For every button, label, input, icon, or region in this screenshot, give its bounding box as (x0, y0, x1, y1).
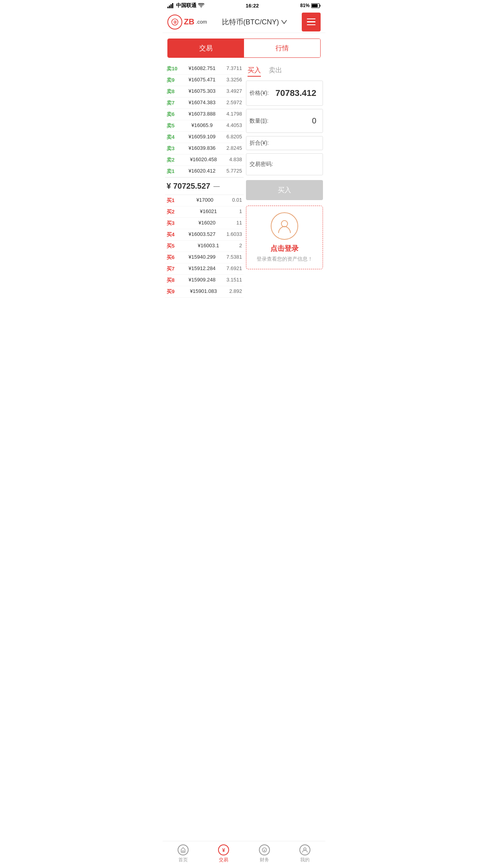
header-title[interactable]: 比特币(BTC/CNY) (222, 17, 287, 27)
password-row: 交易密码: (246, 153, 323, 175)
svg-rect-1 (169, 6, 170, 8)
qty-input[interactable] (268, 112, 319, 129)
login-text[interactable]: 点击登录 (253, 244, 316, 253)
status-right: 81% (300, 3, 321, 8)
sell-label: 卖6 (167, 111, 178, 118)
chevron-down-icon (281, 20, 287, 24)
buy-tab[interactable]: 买入 (248, 66, 261, 77)
logo-zb: ZB (184, 17, 194, 26)
price-label: 价格(¥): (250, 90, 269, 97)
signal-icon (167, 3, 174, 8)
buy-sell-tabs: 买入 卖出 (246, 63, 323, 81)
sell-tab[interactable]: 卖出 (269, 66, 282, 77)
price-row: 价格(¥): (246, 81, 323, 106)
sell-order-row[interactable]: 卖7 ¥16074.383 2.5972 (165, 97, 244, 109)
header: ② ZB .com 比特币(BTC/CNY) (163, 11, 325, 33)
buy-price: ¥17000 (196, 197, 213, 204)
svg-rect-2 (171, 4, 172, 8)
buy-label: 买4 (167, 231, 178, 238)
right-panel: 买入 卖出 价格(¥): 数量(₿): 折合(¥): (246, 63, 323, 298)
sell-qty: 4.1798 (226, 111, 242, 118)
pair-label: 比特币(BTC/CNY) (222, 17, 279, 27)
sell-label: 卖10 (167, 65, 178, 72)
sell-qty: 7.3711 (226, 65, 242, 72)
svg-rect-0 (167, 7, 169, 8)
buy-price: ¥16003.1 (198, 243, 219, 250)
sell-label: 卖3 (167, 145, 178, 152)
buy-qty: 7.5381 (226, 254, 242, 261)
hamburger-icon (307, 18, 316, 26)
buy-order-row[interactable]: 买7 ¥15912.284 7.6921 (165, 263, 244, 275)
sell-order-row[interactable]: 卖6 ¥16073.888 4.1798 (165, 109, 244, 120)
buy-qty: 7.6921 (226, 265, 242, 272)
sell-price: ¥16020.458 (190, 156, 217, 164)
buy-price: ¥16021 (200, 208, 217, 215)
buy-price: ¥15901.083 (190, 288, 217, 295)
sell-order-row[interactable]: 卖8 ¥16075.303 3.4927 (165, 86, 244, 97)
buy-button[interactable]: 买入 (246, 180, 323, 200)
buy-order-row[interactable]: 买4 ¥16003.527 1.6033 (165, 229, 244, 241)
buy-order-row[interactable]: 买5 ¥16003.1 2 (165, 241, 244, 252)
logo-domain: .com (196, 19, 207, 25)
sell-order-row[interactable]: 卖9 ¥16075.471 3.3256 (165, 75, 244, 86)
svg-text:②: ② (173, 20, 177, 24)
buy-label: 买7 (167, 265, 178, 272)
buy-label: 买6 (167, 254, 178, 261)
mid-price-direction: — (213, 183, 220, 190)
total-row: 折合(¥): (246, 136, 323, 150)
sell-order-row[interactable]: 卖5 ¥16065.9 4.4053 (165, 120, 244, 132)
logo-icon: ② (167, 15, 182, 29)
menu-button[interactable] (302, 13, 321, 31)
sell-label: 卖5 (167, 122, 178, 129)
sell-label: 卖2 (167, 156, 178, 164)
logo[interactable]: ② ZB .com (167, 15, 207, 29)
qty-group: 数量(₿): (246, 109, 323, 133)
sell-label: 卖8 (167, 88, 178, 95)
sell-qty: 2.8245 (226, 145, 242, 152)
tab-market[interactable]: 行情 (244, 39, 320, 57)
buy-order-row[interactable]: 买2 ¥16021 1 (165, 206, 244, 218)
buy-qty: 3.1511 (226, 277, 242, 284)
sell-order-row[interactable]: 卖4 ¥16059.109 6.8205 (165, 132, 244, 143)
buy-label: 买2 (167, 208, 178, 215)
sell-order-row[interactable]: 卖3 ¥16039.836 2.8245 (165, 143, 244, 154)
buy-qty: 11 (237, 220, 242, 227)
password-input[interactable] (273, 157, 319, 172)
svg-point-8 (281, 221, 288, 227)
buy-order-row[interactable]: 买6 ¥15940.299 7.5381 (165, 252, 244, 263)
sell-price: ¥16059.109 (189, 134, 216, 141)
sell-label: 卖1 (167, 168, 178, 175)
sell-order-row[interactable]: 卖10 ¥16082.751 7.3711 (165, 63, 244, 75)
sell-qty: 6.8205 (226, 134, 242, 141)
login-desc: 登录查看您的资产信息！ (253, 256, 316, 263)
price-input[interactable] (269, 84, 319, 102)
price-group: 价格(¥): (246, 81, 323, 106)
sell-qty: 5.7725 (226, 168, 242, 175)
qty-label: 数量(₿): (250, 118, 268, 125)
sell-qty: 4.4053 (226, 122, 242, 129)
sell-price: ¥16082.751 (189, 65, 216, 72)
buy-label: 买8 (167, 277, 178, 284)
login-box[interactable]: 点击登录 登录查看您的资产信息！ (246, 206, 323, 269)
mid-price-row: ¥ 70725.527 — (165, 177, 244, 195)
buy-order-row[interactable]: 买8 ¥15909.248 3.1511 (165, 275, 244, 286)
sell-price: ¥16073.888 (189, 111, 216, 118)
sell-order-row[interactable]: 卖1 ¥16020.412 5.7725 (165, 166, 244, 177)
buy-order-row[interactable]: 买9 ¥15901.083 2.892 (165, 286, 244, 298)
battery-pct: 81% (300, 3, 310, 8)
order-book: 卖10 ¥16082.751 7.3711 卖9 ¥16075.471 3.32… (165, 63, 244, 298)
sell-qty: 4.838 (229, 156, 242, 164)
buy-order-row[interactable]: 买1 ¥17000 0.01 (165, 195, 244, 206)
status-left: 中国联通 (167, 2, 204, 9)
tab-trade[interactable]: 交易 (168, 39, 244, 57)
main-tab-bar: 交易 行情 (167, 39, 321, 58)
buy-label: 买1 (167, 197, 178, 204)
buy-qty: 1 (239, 208, 242, 215)
sell-label: 卖4 (167, 134, 178, 141)
buy-order-row[interactable]: 买3 ¥16020 11 (165, 218, 244, 229)
sell-price: ¥16020.412 (189, 168, 216, 175)
sell-qty: 2.5972 (226, 99, 242, 107)
buy-qty: 2.892 (229, 288, 242, 295)
sell-order-row[interactable]: 卖2 ¥16020.458 4.838 (165, 154, 244, 166)
buy-price: ¥15912.284 (189, 265, 216, 272)
